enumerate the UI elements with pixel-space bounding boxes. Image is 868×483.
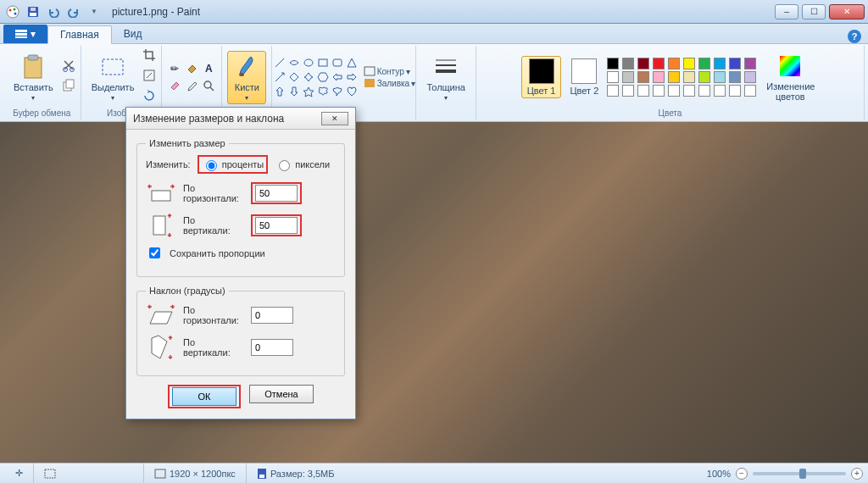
color-palette[interactable]	[607, 58, 758, 97]
svg-point-18	[204, 81, 211, 88]
horizontal-input[interactable]	[255, 185, 298, 202]
fill-icon[interactable]	[184, 61, 199, 76]
ok-button[interactable]: ОК	[172, 387, 236, 406]
rotate-icon[interactable]	[142, 89, 156, 106]
maximize-button[interactable]: ☐	[802, 4, 826, 19]
status-bar: ✛ 1920 × 1200пкс Размер: 3,5МБ 100% − +	[0, 463, 868, 483]
thickness-icon	[432, 53, 459, 80]
resize-icon[interactable]	[142, 69, 156, 86]
dialog-titlebar[interactable]: Изменение размеров и наклона ✕	[126, 108, 355, 130]
text-icon[interactable]: A	[201, 61, 216, 76]
magnifier-icon[interactable]	[201, 78, 216, 93]
color-swatch[interactable]	[698, 58, 710, 69]
color-swatch[interactable]	[637, 71, 649, 83]
save-icon[interactable]	[24, 3, 42, 21]
copy-icon[interactable]	[62, 79, 75, 96]
zoom-slider[interactable]	[753, 472, 846, 475]
filename: picture1.png	[112, 6, 168, 18]
outline-dropdown[interactable]: Контур ▾	[364, 66, 416, 76]
group-label-colors: Цвета	[659, 108, 682, 120]
color-swatch[interactable]	[683, 71, 695, 83]
dialog-title: Изменение размеров и наклона	[133, 113, 284, 125]
color-swatch[interactable]	[714, 58, 726, 69]
color-swatch[interactable]	[653, 71, 665, 83]
cut-icon[interactable]	[62, 58, 75, 75]
group-thickness: Толщина▾	[416, 46, 476, 120]
color-swatch[interactable]	[744, 58, 756, 69]
color-swatch[interactable]	[698, 71, 710, 83]
color-swatch[interactable]	[622, 71, 634, 83]
shapes-gallery[interactable]	[273, 56, 359, 98]
pencil-icon[interactable]: ✏	[167, 61, 182, 76]
color-swatch[interactable]	[744, 85, 756, 97]
file-tab[interactable]: ▾	[3, 25, 47, 43]
cancel-button[interactable]: Отмена	[249, 385, 314, 403]
picker-icon[interactable]	[184, 78, 199, 93]
undo-icon[interactable]	[44, 3, 63, 21]
color-swatch[interactable]	[698, 85, 710, 97]
svg-rect-26	[364, 67, 375, 75]
svg-rect-10	[25, 58, 42, 78]
paste-button[interactable]: Вставить▾	[8, 52, 58, 103]
eraser-icon[interactable]	[167, 78, 182, 93]
ribbon-tabs: ▾ Главная Вид ?	[0, 24, 868, 44]
brushes-button[interactable]: Кисти▾	[227, 51, 266, 104]
keep-ratio-checkbox[interactable]	[149, 247, 160, 258]
pixels-radio[interactable]	[279, 160, 290, 171]
zoom-out-button[interactable]: −	[736, 468, 748, 480]
select-button[interactable]: Выделить▾	[86, 52, 140, 103]
skew-h-input[interactable]	[251, 307, 293, 324]
keep-ratio-label: Сохранить пропорции	[170, 248, 265, 258]
edit-colors-button[interactable]: Изменение цветов	[761, 51, 819, 103]
close-button[interactable]: ✕	[829, 4, 865, 19]
redo-icon[interactable]	[64, 3, 83, 21]
color1-button[interactable]: Цвет 1	[521, 56, 562, 98]
svg-point-20	[239, 73, 244, 76]
svg-rect-7	[15, 30, 27, 32]
color-swatch[interactable]	[637, 58, 649, 69]
window-title: picture1.png - Paint	[112, 6, 775, 18]
hvalue-highlight	[251, 182, 302, 204]
color-swatch[interactable]	[653, 85, 665, 97]
color-swatch[interactable]	[622, 85, 634, 97]
color-swatch[interactable]	[729, 85, 741, 97]
color-swatch[interactable]	[683, 58, 695, 69]
color2-button[interactable]: Цвет 2	[565, 57, 604, 97]
close-icon: ✕	[331, 114, 338, 123]
color-swatch[interactable]	[744, 71, 756, 83]
color-swatch[interactable]	[622, 58, 634, 69]
thickness-button[interactable]: Толщина▾	[421, 52, 470, 103]
tab-view[interactable]: Вид	[112, 25, 154, 43]
svg-point-1	[9, 8, 12, 11]
color-swatch[interactable]	[729, 58, 741, 69]
color-swatch[interactable]	[683, 85, 695, 97]
color-swatch[interactable]	[607, 71, 619, 83]
select-icon	[99, 53, 126, 80]
zoom-thumb[interactable]	[799, 469, 806, 479]
vertical-input[interactable]	[255, 217, 298, 234]
minimize-button[interactable]: –	[775, 4, 798, 19]
color-swatch[interactable]	[729, 71, 741, 83]
file-size: Размер: 3,5МБ	[246, 464, 345, 483]
color-swatch[interactable]	[714, 71, 726, 83]
color-swatch[interactable]	[607, 58, 619, 69]
color-swatch[interactable]	[668, 85, 680, 97]
percent-radio[interactable]	[206, 160, 217, 171]
fill-dropdown[interactable]: Заливка ▾	[364, 78, 416, 88]
color-swatch[interactable]	[668, 58, 680, 69]
color-swatch[interactable]	[714, 85, 726, 97]
zoom-value: 100%	[707, 469, 731, 479]
qat-dropdown-icon[interactable]: ▼	[85, 3, 103, 21]
zoom-in-button[interactable]: +	[851, 468, 863, 480]
color-swatch[interactable]	[668, 71, 680, 83]
resize-fieldset: Изменить размер Изменить: проценты пиксе…	[136, 138, 345, 277]
color-swatch[interactable]	[653, 58, 665, 69]
color-swatch[interactable]	[637, 85, 649, 97]
svg-rect-33	[155, 469, 165, 478]
dialog-close-button[interactable]: ✕	[321, 112, 348, 125]
help-icon[interactable]: ?	[848, 30, 861, 43]
skew-v-input[interactable]	[251, 339, 293, 356]
crop-icon[interactable]	[142, 48, 156, 65]
tab-main[interactable]: Главная	[47, 25, 112, 44]
color-swatch[interactable]	[607, 85, 619, 97]
